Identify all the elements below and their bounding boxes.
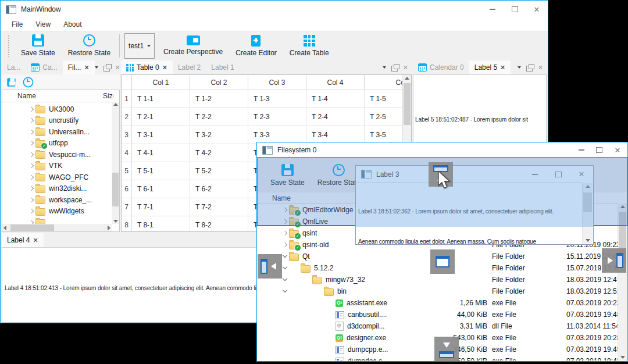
scroll-up-icon[interactable] (405, 77, 409, 80)
undock-icon[interactable] (104, 66, 110, 72)
tab-table-0[interactable]: Table 0 ✕ (121, 60, 173, 74)
close-button[interactable]: ✕ (608, 142, 627, 158)
tab-label-1[interactable]: Label 1 (206, 60, 239, 74)
expander-icon[interactable] (282, 265, 301, 272)
table-cell[interactable]: T 1-4 (306, 90, 365, 108)
scroll-down-icon[interactable] (586, 239, 590, 242)
minimize-button[interactable] (573, 142, 590, 158)
table-row[interactable]: 2 T 2-1 T 2-2 T 2-3 T 2-4 T 2-5 (122, 108, 411, 126)
tab-menu-icon[interactable] (518, 66, 521, 69)
expander-icon[interactable] (282, 253, 289, 260)
expander-icon[interactable] (28, 197, 35, 204)
dock-left-indicator[interactable] (258, 254, 282, 279)
filesystem-title-bar[interactable]: Filesystem 0 ✕ (257, 142, 627, 158)
tree-item[interactable]: UK3000 (2, 104, 119, 115)
table-cell[interactable]: T 1-3 (248, 90, 306, 108)
table-cell[interactable]: T 2-1 (132, 108, 190, 126)
dock-center-indicator[interactable] (430, 249, 455, 274)
table-cell[interactable]: T 2-3 (248, 108, 306, 126)
expander-icon[interactable] (282, 241, 289, 248)
create-table-button[interactable]: Create Table (283, 31, 336, 60)
scrollbar-thumb[interactable] (112, 173, 119, 206)
table-cell[interactable]: T 3-4 (306, 126, 365, 144)
expander-icon[interactable] (28, 185, 35, 192)
column-header[interactable]: Col 1 (132, 75, 190, 90)
expander-icon[interactable] (28, 174, 35, 181)
scrollbar-thumb[interactable] (404, 83, 411, 125)
tree-item[interactable]: UniversalIn... (2, 126, 119, 138)
undock-icon[interactable] (526, 66, 533, 72)
expander-icon[interactable] (28, 208, 35, 215)
undock-icon[interactable] (391, 66, 398, 72)
table-cell[interactable]: T 2-2 (190, 108, 248, 126)
table-cell[interactable]: T 8-2 (190, 216, 248, 232)
tab-calendar-0[interactable]: Calendar 0 (413, 60, 469, 74)
column-header-size[interactable]: Size (103, 92, 113, 100)
expander-icon[interactable] (282, 311, 336, 318)
column-header[interactable]: Col 4 (306, 75, 365, 90)
expander-icon[interactable] (28, 162, 35, 169)
tree-item[interactable]: WAGO_PFC (2, 172, 119, 183)
scroll-down-icon[interactable] (113, 220, 118, 223)
filesystem-vertical-scrollbar[interactable] (618, 204, 627, 361)
table-cell[interactable]: T 7-2 (190, 198, 248, 216)
tab-close-icon[interactable]: ✕ (84, 64, 89, 72)
tab-label-5[interactable]: Label 5 ✕ (469, 60, 511, 74)
save-icon[interactable] (7, 78, 15, 86)
table-cell[interactable]: T 3-2 (190, 126, 248, 144)
create-editor-button[interactable]: Create Editor (229, 31, 283, 60)
tree-item[interactable]: workspace_... (2, 194, 119, 206)
toolbar-grip[interactable] (8, 35, 10, 57)
expander-icon[interactable] (28, 117, 35, 124)
expander-icon[interactable] (28, 129, 35, 135)
column-header[interactable]: Col 2 (190, 75, 248, 90)
expander-icon[interactable] (28, 140, 35, 147)
expander-icon[interactable] (282, 334, 336, 341)
maximize-button[interactable] (504, 1, 526, 18)
maximize-button[interactable] (590, 142, 608, 158)
expander-icon[interactable] (282, 323, 336, 330)
panel-close-icon[interactable]: ✕ (403, 64, 408, 72)
tree-horizontal-scrollbar[interactable] (2, 224, 112, 231)
file-row[interactable]: assistant.exe 1,26 MiB exe File 07.03.20… (258, 297, 627, 309)
table-cell[interactable]: T 4-1 (132, 144, 190, 162)
column-header-name[interactable]: Name (2, 92, 36, 100)
tab-filesystem[interactable]: Fil...✕ (63, 60, 95, 74)
tab-menu-icon[interactable] (383, 66, 386, 69)
expander-icon[interactable] (282, 358, 336, 361)
expander-icon[interactable] (28, 151, 35, 158)
scroll-right-icon[interactable] (108, 226, 110, 230)
tab-calendar-collapsed[interactable]: Ca... (26, 60, 62, 74)
expander-icon[interactable] (282, 346, 336, 353)
file-row[interactable]: d3dcompil... 3,31 MiB dll File 11.03.201… (258, 320, 627, 332)
table-cell[interactable]: T 8-1 (132, 216, 190, 232)
table-cell[interactable]: T 1-1 (132, 90, 190, 108)
tab-label-collapsed[interactable]: La... (2, 60, 26, 74)
tab-close-icon[interactable]: ✕ (33, 237, 38, 244)
tree-item[interactable]: win32diski... (2, 183, 119, 195)
file-row[interactable]: bin File Folder 18.03.2019 12:51 (258, 286, 627, 297)
minimize-button[interactable] (481, 1, 504, 18)
tree-item[interactable]: VTK (2, 160, 119, 172)
table-cell[interactable]: T 4-2 (190, 144, 248, 162)
restore-state-button[interactable]: Restore State (62, 31, 117, 60)
table-row[interactable]: 1 T 1-1 T 1-2 T 1-3 T 1-4 T 1-5 (122, 90, 411, 108)
column-header[interactable]: Col 3 (248, 75, 306, 90)
tab-close-icon[interactable]: ✕ (162, 64, 167, 72)
tab-menu-icon[interactable] (95, 66, 98, 69)
menu-view[interactable]: View (29, 20, 57, 28)
expander-icon[interactable] (282, 276, 312, 283)
scroll-up-icon[interactable] (113, 103, 118, 106)
table-cell[interactable]: T 6-2 (190, 180, 248, 198)
scrollbar-thumb[interactable] (10, 224, 54, 231)
tree-vertical-scrollbar[interactable] (112, 102, 119, 224)
table-cell[interactable]: T 5-2 (190, 162, 248, 180)
tab-label-4[interactable]: Label 4 ✕ (2, 233, 44, 247)
table-cell[interactable]: T 6-1 (132, 180, 190, 198)
table-cell[interactable]: T 5-1 (132, 162, 190, 180)
restore-icon[interactable] (23, 77, 34, 87)
tab-close-icon[interactable]: ✕ (500, 64, 505, 72)
scroll-left-icon[interactable] (3, 226, 6, 230)
close-button[interactable]: ✕ (526, 1, 548, 18)
expander-icon[interactable] (282, 230, 289, 237)
